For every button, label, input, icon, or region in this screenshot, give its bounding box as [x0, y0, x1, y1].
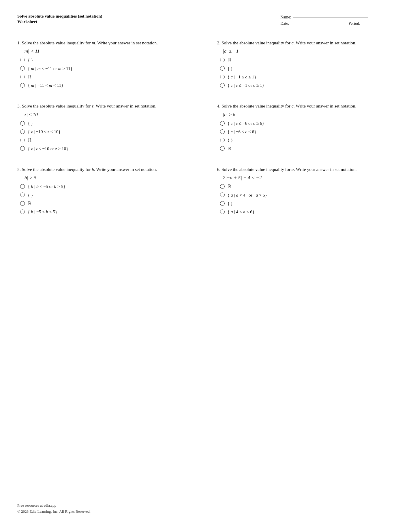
- radio-circle[interactable]: [20, 138, 25, 142]
- problem-3-option-3[interactable]: ℝ: [20, 137, 194, 143]
- radio-circle[interactable]: [220, 83, 225, 88]
- option-text: ℝ: [228, 145, 231, 152]
- header-right: Name: Date: Period:: [280, 14, 394, 26]
- option-text: { }: [28, 192, 33, 198]
- option-text: { a | 4 < a < 6}: [228, 208, 255, 215]
- problem-6-statement: 6. Solve the absolute value inequality f…: [217, 166, 394, 173]
- radio-circle[interactable]: [220, 121, 225, 126]
- header-left: Solve absolute value inequalities (set n…: [17, 14, 102, 24]
- problem-4-option-4[interactable]: ℝ: [220, 145, 394, 152]
- option-text: { }: [228, 137, 233, 143]
- problem-1-option-3[interactable]: ℝ: [20, 73, 194, 80]
- radio-circle[interactable]: [20, 184, 25, 189]
- problem-3-inequality: |z| ≤ 10: [23, 112, 194, 118]
- radio-circle[interactable]: [20, 83, 25, 88]
- name-field-row: Name:: [280, 15, 394, 20]
- problem-1: 1. Solve the absolute value inequality f…: [17, 40, 194, 90]
- radio-circle[interactable]: [220, 193, 225, 197]
- option-text: { b | −5 < b < 5}: [28, 208, 57, 215]
- problem-3-option-4[interactable]: { z | z ≤ −10 or z ≥ 10}: [20, 145, 194, 152]
- radio-circle[interactable]: [20, 58, 25, 62]
- date-underline: [297, 24, 343, 24]
- radio-circle[interactable]: [20, 129, 25, 134]
- problem-5-inequality: |b| > 5: [23, 175, 194, 181]
- radio-circle[interactable]: [220, 138, 225, 142]
- problem-2-statement: 2. Solve the absolute value inequality f…: [217, 40, 394, 46]
- problem-5: 5. Solve the absolute value inequality f…: [17, 166, 194, 217]
- option-text: ℝ: [228, 56, 231, 63]
- problem-2-option-4[interactable]: { c | c ≤ −1 or c ≥ 1}: [220, 82, 394, 88]
- problem-4-statement: 4. Solve the absolute value inequality f…: [217, 103, 394, 109]
- option-text: { }: [28, 56, 33, 63]
- option-text: { z | z ≤ −10 or z ≥ 10}: [28, 145, 68, 152]
- problem-6-option-1[interactable]: ℝ: [220, 183, 394, 190]
- problem-2-option-1[interactable]: ℝ: [220, 56, 394, 63]
- radio-circle[interactable]: [20, 193, 25, 197]
- option-text: { c | −6 ≤ c ≤ 6}: [228, 128, 256, 135]
- period-underline: [368, 24, 394, 24]
- problems-grid: 1. Solve the absolute value inequality f…: [17, 40, 394, 229]
- radio-circle[interactable]: [220, 184, 225, 189]
- radio-circle[interactable]: [220, 201, 225, 206]
- radio-circle[interactable]: [20, 121, 25, 126]
- problem-5-option-3[interactable]: ℝ: [20, 200, 194, 207]
- problem-2-inequality: |c| ≥ −1: [223, 48, 394, 54]
- radio-circle[interactable]: [20, 75, 25, 79]
- radio-circle[interactable]: [220, 66, 225, 71]
- radio-circle[interactable]: [220, 146, 225, 151]
- problem-5-statement: 5. Solve the absolute value inequality f…: [17, 166, 194, 173]
- problem-3-option-2[interactable]: { z | −10 ≤ z ≤ 10}: [20, 128, 194, 135]
- problem-6-option-3[interactable]: { }: [220, 200, 394, 207]
- option-text: ℝ: [28, 73, 31, 80]
- footer-line2: © 2023 Edia Learning, Inc. All Rights Re…: [17, 509, 91, 515]
- option-text: { }: [228, 65, 233, 72]
- problem-4-option-1[interactable]: { c | c ≤ −6 or c ≥ 6}: [220, 120, 394, 127]
- radio-circle[interactable]: [220, 75, 225, 79]
- option-text: ℝ: [28, 200, 31, 207]
- option-text: { m | m < −11 or m > 11}: [28, 65, 72, 72]
- page-header: Solve absolute value inequalities (set n…: [17, 14, 394, 26]
- problem-4-option-2[interactable]: { c | −6 ≤ c ≤ 6}: [220, 128, 394, 135]
- problem-6-inequality: 2|−a + 5| − 4 < −2: [223, 175, 394, 181]
- date-label: Date:: [280, 21, 289, 26]
- problem-6-option-2[interactable]: { a | a < 4 or a > 6}: [220, 192, 394, 198]
- option-text: ℝ: [28, 137, 31, 143]
- problem-4-option-3[interactable]: { }: [220, 137, 394, 143]
- radio-circle[interactable]: [20, 201, 25, 206]
- option-text: { c | c ≤ −6 or c ≥ 6}: [228, 120, 264, 127]
- radio-circle[interactable]: [220, 210, 225, 214]
- option-text: { c | −1 ≤ c ≤ 1}: [228, 73, 256, 80]
- problem-3-statement: 3. Solve the absolute value inequality f…: [17, 103, 194, 109]
- footer-line1: Free resources at edia.app: [17, 503, 91, 509]
- problem-1-option-2[interactable]: { m | m < −11 or m > 11}: [20, 65, 194, 72]
- period-label: Period:: [349, 21, 360, 26]
- radio-circle[interactable]: [220, 129, 225, 134]
- radio-circle[interactable]: [20, 66, 25, 71]
- problem-2: 2. Solve the absolute value inequality f…: [217, 40, 394, 90]
- problem-1-option-1[interactable]: { }: [20, 56, 194, 63]
- problem-6: 6. Solve the absolute value inequality f…: [217, 166, 394, 217]
- problem-5-option-2[interactable]: { }: [20, 192, 194, 198]
- radio-circle[interactable]: [220, 58, 225, 62]
- radio-circle[interactable]: [20, 210, 25, 214]
- option-text: { }: [228, 200, 233, 207]
- option-text: { c | c ≤ −1 or c ≥ 1}: [228, 82, 264, 88]
- option-text: { m | −11 < m < 11}: [28, 82, 63, 88]
- option-text: { a | a < 4 or a > 6}: [228, 192, 267, 198]
- problem-2-option-2[interactable]: { }: [220, 65, 394, 72]
- option-text: { z | −10 ≤ z ≤ 10}: [28, 128, 61, 135]
- problem-5-number: 5.: [17, 167, 22, 172]
- problem-1-option-4[interactable]: { m | −11 < m < 11}: [20, 82, 194, 88]
- problem-5-option-4[interactable]: { b | −5 < b < 5}: [20, 208, 194, 215]
- option-text: ℝ: [228, 183, 231, 190]
- problem-1-statement: 1. Solve the absolute value inequality f…: [17, 40, 194, 46]
- problem-5-option-1[interactable]: { b | b < −5 or b > 5}: [20, 183, 194, 190]
- radio-circle[interactable]: [20, 146, 25, 151]
- problem-4-number: 4.: [217, 103, 222, 108]
- name-underline: [293, 18, 368, 18]
- problem-6-option-4[interactable]: { a | 4 < a < 6}: [220, 208, 394, 215]
- problem-3-option-1[interactable]: { }: [20, 120, 194, 127]
- problem-2-option-3[interactable]: { c | −1 ≤ c ≤ 1}: [220, 73, 394, 80]
- problem-4: 4. Solve the absolute value inequality f…: [217, 103, 394, 153]
- problem-1-inequality: |m| < 11: [23, 48, 194, 54]
